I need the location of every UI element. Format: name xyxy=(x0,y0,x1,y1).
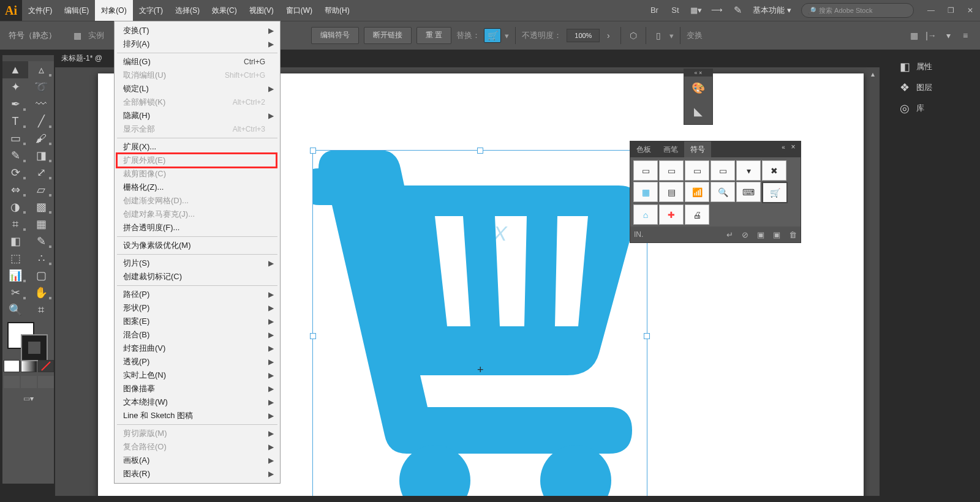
draw-normal[interactable] xyxy=(4,376,20,388)
menu-item[interactable]: 透视(P)▶ xyxy=(115,355,280,369)
symbol-swatch[interactable]: ▦ xyxy=(633,182,658,202)
menu-文件[interactable]: 文件(F) xyxy=(22,0,58,21)
selection-tool[interactable]: ▲ xyxy=(2,61,28,78)
close-button[interactable]: ✕ xyxy=(960,0,980,21)
ctlbar-right-btn[interactable]: ▦ xyxy=(907,28,921,43)
minimize-button[interactable]: — xyxy=(921,0,941,21)
symbol-swatch[interactable]: 🔍 xyxy=(710,182,735,202)
menu-item[interactable]: 栅格化(Z)... xyxy=(115,181,280,194)
resize-handle[interactable] xyxy=(477,148,483,154)
workspace-switcher[interactable]: 基本功能 ▾ xyxy=(748,5,796,16)
ctlbar-right-btn[interactable]: |→ xyxy=(924,28,938,43)
new-symbol-icon[interactable]: ▣ xyxy=(773,230,780,239)
menu-item[interactable]: 图表(R)▶ xyxy=(115,467,280,481)
symbol-libraries-button[interactable]: IN. xyxy=(634,230,643,239)
break-link-icon[interactable]: ⊘ xyxy=(742,230,748,239)
dock-header[interactable]: « × xyxy=(684,69,712,77)
panel-close-icon[interactable]: × xyxy=(787,143,799,151)
menu-item[interactable]: 文本绕排(W)▶ xyxy=(115,395,280,409)
symbol-swatch[interactable]: ⌨ xyxy=(736,182,761,202)
menu-对象[interactable]: 对象(O) xyxy=(95,0,132,21)
swatch-icon[interactable]: ◣ xyxy=(684,100,712,123)
blend-tool[interactable]: ⬚ xyxy=(2,250,28,267)
maximize-button[interactable]: ❐ xyxy=(941,0,960,21)
color-mode-none[interactable] xyxy=(38,360,54,372)
search-input[interactable]: 🔎 搜索 Adobe Stock xyxy=(801,3,914,18)
print-tiling-tool[interactable]: ⌗ xyxy=(28,301,54,318)
ctl-icon[interactable]: ▦ xyxy=(70,28,85,43)
symbol-swatch[interactable]: ⌂ xyxy=(633,204,658,225)
align-icon[interactable]: ▯ xyxy=(651,28,666,43)
menu-帮助[interactable]: 帮助(H) xyxy=(318,0,356,21)
menu-item[interactable]: 形状(P)▶ xyxy=(115,301,280,315)
shaper-tool[interactable]: ✎ xyxy=(2,147,28,164)
symbol-swatch[interactable]: 🖨 xyxy=(685,204,709,225)
color-palette-icon[interactable]: 🎨 xyxy=(684,77,712,100)
symbol-options-icon[interactable]: ▣ xyxy=(757,230,764,239)
symbol-swatch[interactable]: ✚ xyxy=(659,204,684,225)
slice-tool[interactable]: ✂ xyxy=(2,284,28,301)
menu-item[interactable]: 混合(B)▶ xyxy=(115,328,280,342)
live-paint-tool[interactable]: ▩ xyxy=(28,198,54,215)
menu-item[interactable]: 排列(A)▶ xyxy=(115,37,280,51)
curvature-tool[interactable]: 〰 xyxy=(28,96,54,113)
menu-item[interactable]: 切片(S)▶ xyxy=(115,257,280,270)
docked-mini-panel[interactable]: « × 🎨 ◣ xyxy=(684,69,713,125)
eyedropper-tool[interactable]: ✎ xyxy=(28,233,54,250)
lasso-tool[interactable]: ➰ xyxy=(28,78,54,96)
menu-item[interactable]: 图像描摹▶ xyxy=(115,382,280,395)
shape-builder-tool[interactable]: ◑ xyxy=(2,198,28,215)
eraser-tool[interactable]: ◨ xyxy=(28,147,54,164)
panel-layers[interactable]: ❖图层 xyxy=(893,77,979,98)
transform-label[interactable]: 变换 xyxy=(687,30,703,41)
direct-selection-tool[interactable]: ▵ xyxy=(28,61,54,78)
tab-symbols[interactable]: 符号 xyxy=(684,141,711,157)
menu-窗口[interactable]: 窗口(W) xyxy=(280,0,318,21)
menu-item[interactable]: 创建裁切标记(C) xyxy=(115,270,280,283)
menu-item[interactable]: 设为像素级优化(M) xyxy=(115,239,280,252)
screen-mode-button[interactable]: ▭▾ xyxy=(16,394,40,411)
gradient-tool[interactable]: ◧ xyxy=(2,233,28,250)
scroll-up-arrow-icon[interactable]: ▴ xyxy=(871,70,875,78)
hand-tool[interactable]: ✋ xyxy=(28,284,54,301)
color-mode-solid[interactable] xyxy=(4,360,20,372)
arrange-docs-icon[interactable]: ▦▾ xyxy=(685,0,706,21)
symbol-swatch[interactable]: 🛒 xyxy=(762,182,788,203)
menu-选择[interactable]: 选择(S) xyxy=(169,0,206,21)
scale-tool[interactable]: ⤢ xyxy=(28,164,54,181)
menu-效果[interactable]: 效果(C) xyxy=(206,0,243,21)
recolor-icon[interactable]: ⬡ xyxy=(626,28,641,43)
menu-item[interactable]: 路径(P)▶ xyxy=(115,288,280,301)
menu-视图[interactable]: 视图(V) xyxy=(243,0,280,21)
replace-symbol-swatch[interactable]: 🛒 xyxy=(484,28,501,43)
line-tool[interactable]: ╱ xyxy=(28,113,54,130)
panel-libraries[interactable]: ◎库 xyxy=(893,98,979,119)
rotate-tool[interactable]: ⟳ xyxy=(2,164,28,181)
menu-item[interactable]: 拼合透明度(F)... xyxy=(115,221,280,234)
type-tool[interactable]: T xyxy=(2,113,28,130)
magic-wand-tool[interactable]: ✦ xyxy=(2,78,28,96)
delete-symbol-icon[interactable]: 🗑 xyxy=(789,230,797,239)
paintbrush-tool[interactable]: 🖌 xyxy=(28,130,54,147)
rectangle-tool[interactable]: ▭ xyxy=(2,130,28,147)
resize-handle[interactable] xyxy=(310,333,316,339)
symbol-swatch[interactable]: ▭ xyxy=(633,160,658,181)
bridge-icon[interactable]: Br xyxy=(644,0,665,21)
vertical-scrollbar[interactable]: ▴ xyxy=(870,67,880,496)
opacity-arrow-icon[interactable]: › xyxy=(601,28,616,43)
panel-properties[interactable]: ◧属性 xyxy=(893,56,979,77)
pen-tool[interactable]: ✒ xyxy=(2,96,28,113)
width-tool[interactable]: ⇔ xyxy=(2,181,28,198)
menu-item[interactable]: 隐藏(H)▶ xyxy=(115,109,280,122)
break-link-button[interactable]: 断开链接 xyxy=(364,27,412,44)
symbol-swatch[interactable]: ▭ xyxy=(659,160,684,181)
symbol-swatch[interactable]: 📶 xyxy=(685,182,709,202)
symbol-swatch[interactable]: ✖ xyxy=(762,160,786,181)
dropdown-arrow-icon[interactable]: ▾ xyxy=(669,31,674,40)
menu-item[interactable]: 扩展(X)... xyxy=(115,140,280,154)
menu-item[interactable]: 实时上色(N)▶ xyxy=(115,369,280,382)
draw-behind[interactable] xyxy=(21,376,37,388)
symbol-sprayer-tool[interactable]: ∴ xyxy=(28,250,54,267)
menu-item[interactable]: 封套扭曲(V)▶ xyxy=(115,342,280,355)
menu-item[interactable]: 变换(T)▶ xyxy=(115,24,280,37)
